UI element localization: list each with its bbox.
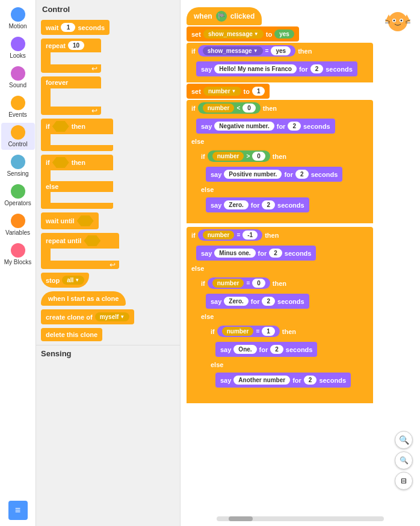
create-clone-dropdown[interactable]: myself ▼ xyxy=(95,312,130,321)
gt-op: > xyxy=(246,153,250,159)
sidebar-item-variables[interactable]: Variables xyxy=(1,211,35,238)
say-negative-block[interactable]: say Negative number. for 2 seconds xyxy=(196,119,335,134)
sidebar-item-looks[interactable]: Looks xyxy=(1,34,35,61)
say-minus-one-block[interactable]: say Minus one. for 2 seconds xyxy=(196,246,316,261)
repeat-until-block[interactable]: repeat until ↩ xyxy=(41,233,175,269)
zero-text-1[interactable]: Zero. xyxy=(224,200,248,209)
second-if-block[interactable]: if number = -1 then say Minus one. for xyxy=(187,227,373,403)
hat-block[interactable]: when 🏁 clicked xyxy=(187,7,373,25)
pos-secs[interactable]: 2 xyxy=(295,170,309,179)
negative-text[interactable]: Negative number. xyxy=(214,122,274,131)
if-show-message-block[interactable]: if show_message ▼ = yes then say Hello! … xyxy=(187,43,373,82)
number-arrow-icon: ▼ xyxy=(232,88,236,94)
number-var-3[interactable]: number xyxy=(203,231,235,240)
set-number-block[interactable]: set number ▼ to 1 xyxy=(187,84,373,99)
m1-secs[interactable]: 2 xyxy=(269,249,282,258)
sidebar-item-events[interactable]: Events xyxy=(1,93,35,120)
seconds-z1-label: seconds xyxy=(277,202,304,209)
one-val[interactable]: 1 xyxy=(262,327,275,336)
say-one-block[interactable]: say One. for 2 seconds xyxy=(215,342,317,357)
extensions-button[interactable]: ≡ xyxy=(8,501,28,520)
say-zero-1-block[interactable]: say Zero. for 2 seconds xyxy=(206,197,309,212)
zoom-fit-button[interactable]: ⊟ xyxy=(395,472,413,490)
one-text[interactable]: One. xyxy=(233,345,256,354)
another-text[interactable]: Another number xyxy=(233,376,290,385)
plus-icon: ≡ xyxy=(15,505,20,516)
blocks-area: wait 1 seconds repeat 10 ↩ for xyxy=(36,16,180,345)
else-5-label: else xyxy=(206,359,373,370)
stop-dropdown[interactable]: all ▼ xyxy=(62,276,84,285)
sidebar-item-sound[interactable]: Sound xyxy=(1,64,35,91)
sidebar-item-sensing[interactable]: Sensing xyxy=(1,152,35,179)
say-secs[interactable]: 2 xyxy=(310,64,324,73)
one-secs[interactable]: 2 xyxy=(270,345,283,354)
sidebar-item-motion[interactable]: Motion xyxy=(1,5,35,32)
show-message-cond-var[interactable]: show_message ▼ xyxy=(203,46,263,55)
minus-one-text[interactable]: Minus one. xyxy=(214,249,255,258)
set-show-message-block[interactable]: set show_message ▼ to yes xyxy=(187,26,373,42)
say-another-block[interactable]: say Another number for 2 seconds xyxy=(215,373,351,388)
delete-clone-block[interactable]: delete this clone xyxy=(41,328,175,341)
motion-icon xyxy=(11,7,25,22)
scrollbar-thumb[interactable] xyxy=(229,516,253,521)
number-var-1[interactable]: number xyxy=(203,104,235,113)
sidebar-item-control[interactable]: Control xyxy=(1,123,35,150)
repeat-input[interactable]: 10 xyxy=(68,41,84,50)
say-zero-2-block[interactable]: say Zero. for 2 seconds xyxy=(206,294,309,309)
another-secs[interactable]: 2 xyxy=(304,376,317,385)
neg1-val[interactable]: -1 xyxy=(242,231,258,240)
if-then-block[interactable]: if then xyxy=(41,119,175,151)
variables-icon xyxy=(11,214,25,228)
sidebar-label-variables: Variables xyxy=(5,229,30,236)
cond-arrow-icon: ▼ xyxy=(253,48,258,54)
number-var-5[interactable]: number xyxy=(222,327,254,336)
sidebar-label-events: Events xyxy=(8,111,27,118)
when-clone-block[interactable]: when I start as a clone xyxy=(41,291,175,306)
neg-secs[interactable]: 2 xyxy=(288,122,301,131)
main-if-block[interactable]: if number < 0 then say Negative number. xyxy=(187,100,373,223)
wait-until-label: wait until xyxy=(46,217,75,224)
z2-secs[interactable]: 2 xyxy=(262,297,275,306)
say-hello-block[interactable]: say Hello! My name is Franco for 2 secon… xyxy=(196,61,357,76)
seconds-label: seconds xyxy=(326,66,353,73)
zero-val-1[interactable]: 0 xyxy=(242,104,256,113)
horizontal-scrollbar[interactable] xyxy=(217,516,384,521)
if-5-label: if xyxy=(201,280,205,287)
one-value[interactable]: 1 xyxy=(252,87,265,96)
zero-val-3[interactable]: 0 xyxy=(252,279,265,288)
yes-cond-val[interactable]: yes xyxy=(271,46,291,55)
then-5-label: then xyxy=(273,280,286,287)
stop-block[interactable]: stop all ▼ xyxy=(41,273,175,288)
number-var-dropdown[interactable]: number ▼ xyxy=(203,87,241,96)
number-var-2[interactable]: number xyxy=(212,152,244,161)
if-else-block[interactable]: if then else xyxy=(41,155,175,209)
svg-point-5 xyxy=(394,20,395,22)
sidebar-item-operators[interactable]: Operators xyxy=(1,182,35,209)
say-positive-block[interactable]: say Positive number. for 2 seconds xyxy=(206,167,342,182)
say-z1-label: say xyxy=(211,202,221,209)
wait-input[interactable]: 1 xyxy=(61,23,75,32)
zoom-in-button[interactable]: 🔍 xyxy=(395,431,413,449)
positive-text[interactable]: Positive number. xyxy=(224,170,282,179)
create-clone-block[interactable]: create clone of myself ▼ xyxy=(41,309,175,324)
for-z2-label: for xyxy=(251,298,260,305)
say-pos-label: say xyxy=(211,171,221,178)
wait-until-block[interactable]: wait until xyxy=(41,212,175,229)
number-eq-0-cond: number = 0 xyxy=(208,277,270,289)
show-message-var-dropdown[interactable]: show_message ▼ xyxy=(203,29,264,39)
zero-text-2[interactable]: Zero. xyxy=(224,297,248,306)
number-var-4[interactable]: number xyxy=(212,279,244,288)
panel-title: Control xyxy=(36,0,180,16)
script-area[interactable]: when 🏁 clicked set show_message ▼ to yes… xyxy=(181,0,420,526)
z1-secs[interactable]: 2 xyxy=(262,200,275,209)
zoom-out-icon: 🔍 xyxy=(400,456,409,465)
forever-block[interactable]: forever ↩ xyxy=(41,76,175,115)
zero-val-2[interactable]: 0 xyxy=(252,152,265,161)
yes-value[interactable]: yes xyxy=(274,29,294,39)
wait-block[interactable]: wait 1 seconds xyxy=(41,20,175,35)
zoom-out-button[interactable]: 🔍 xyxy=(395,451,413,469)
sidebar-item-myblocks[interactable]: My Blocks xyxy=(1,241,35,268)
say-m1-label: say xyxy=(201,250,212,257)
repeat-block[interactable]: repeat 10 ↩ xyxy=(41,39,175,73)
hello-text[interactable]: Hello! My name is Franco xyxy=(214,64,297,73)
